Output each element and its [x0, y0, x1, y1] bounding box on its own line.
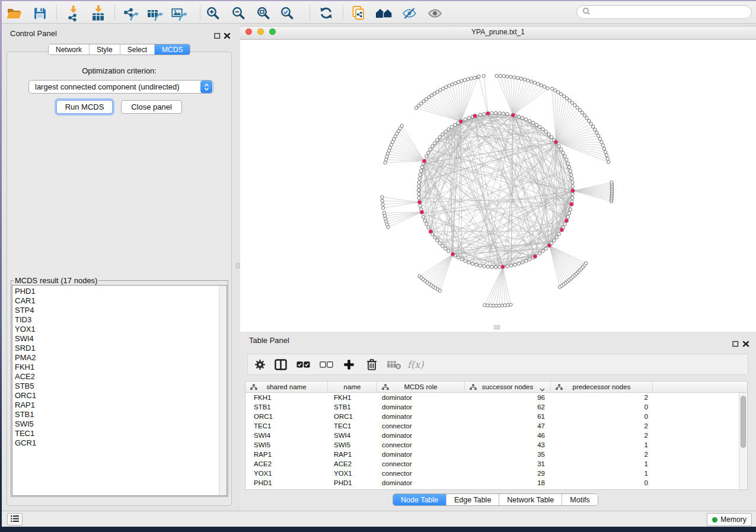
column-header-predecessor-nodes[interactable]: predecessor nodes [551, 382, 653, 392]
tab-node-table[interactable]: Node Table [393, 494, 446, 505]
cell: 96 [465, 394, 551, 401]
search-input[interactable] [576, 5, 752, 19]
result-item[interactable]: GCR1 [15, 438, 227, 448]
export-network-icon[interactable] [123, 5, 139, 21]
table-header[interactable]: shared namenameMCDS rolesuccessor nodesp… [245, 382, 747, 393]
cell: 0 [551, 479, 653, 486]
horizontal-splitter-handle[interactable] [494, 325, 500, 329]
tab-mcds[interactable]: MCDS [155, 44, 190, 55]
tab-select[interactable]: Select [120, 44, 155, 55]
tab-edge-table[interactable]: Edge Table [446, 494, 499, 505]
column-header-name[interactable]: name [328, 382, 377, 392]
memory-button[interactable]: Memory [707, 513, 752, 526]
close-panel-button[interactable]: Close panel [121, 100, 182, 114]
shared-column-icon [470, 384, 477, 392]
result-item[interactable]: ACE2 [15, 372, 227, 382]
table-row[interactable]: ACE2ACE2connector311 [245, 459, 747, 469]
duplicate-network-icon[interactable] [351, 5, 366, 21]
cell: RAP1 [245, 451, 328, 458]
import-table-icon[interactable] [90, 5, 106, 21]
open-folder-icon[interactable] [6, 5, 23, 21]
zoom-in-icon[interactable] [206, 5, 221, 21]
table-scrollbar[interactable] [739, 393, 747, 489]
close-panel-icon[interactable] [224, 31, 231, 41]
splitter-handle[interactable] [236, 263, 240, 268]
select-all-icon[interactable] [296, 358, 310, 371]
result-item[interactable]: TEC1 [15, 429, 227, 438]
cell: dominator [377, 479, 465, 486]
table-row[interactable]: STB1STB1dominator620 [245, 402, 747, 412]
task-history-button[interactable] [7, 513, 23, 525]
result-item[interactable]: PHD1 [15, 287, 227, 296]
table-row[interactable]: FKH1FKH1dominator962 [245, 393, 747, 402]
hide-selected-icon[interactable] [401, 5, 417, 21]
tab-motifs[interactable]: Motifs [562, 494, 597, 505]
cell: 2 [551, 432, 653, 439]
cell: dominator [377, 413, 465, 420]
result-item[interactable]: RAP1 [15, 400, 227, 410]
close-table-panel-icon[interactable] [742, 339, 749, 350]
network-canvas[interactable] [240, 40, 756, 332]
delete-icon[interactable] [366, 358, 378, 371]
result-item[interactable]: TID3 [15, 315, 227, 325]
cell: SWI5 [328, 441, 377, 448]
column-header-shared-name[interactable]: shared name [245, 382, 328, 392]
cell: 62 [465, 403, 551, 411]
result-item[interactable]: STB1 [15, 410, 227, 419]
result-item[interactable]: PMA2 [15, 353, 227, 363]
dropdown-stepper-icon [200, 81, 212, 93]
table-row[interactable]: SWI4SWI4dominator462 [245, 431, 747, 440]
import-network-icon[interactable] [65, 5, 81, 21]
cell: 1 [551, 470, 653, 477]
mcds-result-list[interactable]: PHD1CAR1STP4TID3YOX1SWI4SRD1PMA2FKH1ACE2… [12, 285, 227, 496]
gear-icon[interactable] [254, 358, 266, 371]
result-item[interactable]: ORC1 [15, 391, 227, 400]
result-item[interactable]: FKH1 [15, 363, 227, 372]
table-panel-title: Table Panel [249, 336, 289, 345]
table-row[interactable]: PHD1PHD1dominator180 [245, 478, 747, 488]
tab-network[interactable]: Network [49, 44, 90, 55]
cell: STB1 [328, 403, 377, 411]
control-panel-title: Control Panel [10, 29, 57, 38]
deselect-all-icon[interactable] [320, 358, 333, 371]
sort-chevron-icon [540, 386, 545, 392]
table-row[interactable]: YOX1YOX1connector291 [245, 469, 747, 478]
criterion-dropdown[interactable]: largest connected component (undirected) [28, 80, 213, 94]
table-row[interactable]: RAP1RAP1dominator352 [245, 450, 747, 459]
run-mcds-button[interactable]: Run MCDS [56, 100, 113, 114]
result-item[interactable]: SRD1 [15, 344, 227, 353]
result-item[interactable]: SWI4 [15, 334, 227, 344]
result-item[interactable]: STB5 [15, 382, 227, 391]
cell: TEC1 [328, 422, 377, 430]
table-scrollbar-thumb[interactable] [741, 396, 746, 448]
result-item[interactable]: CAR1 [15, 296, 227, 306]
table-row[interactable]: TEC1TEC1connector472 [245, 421, 747, 431]
column-header-MCDS-role[interactable]: MCDS role [377, 382, 465, 392]
cell: connector [377, 422, 465, 430]
cell: 0 [551, 403, 653, 411]
refresh-icon[interactable] [318, 5, 334, 21]
float-panel-icon[interactable] [214, 31, 221, 41]
add-icon[interactable] [343, 358, 355, 371]
zoom-fit-icon[interactable] [256, 5, 271, 21]
save-icon[interactable] [33, 5, 47, 21]
control-panel-tabs: NetworkStyleSelectMCDS [48, 44, 190, 55]
result-scrollbar[interactable] [219, 286, 227, 495]
result-item[interactable]: STP4 [15, 306, 227, 315]
table-row[interactable]: ORC1ORC1dominator610 [245, 412, 747, 421]
first-neighbors-icon[interactable] [375, 5, 393, 21]
columns-icon[interactable] [275, 358, 287, 371]
result-item[interactable]: YOX1 [15, 325, 227, 334]
zoom-out-icon[interactable] [231, 5, 246, 21]
tab-style[interactable]: Style [90, 44, 120, 55]
table-row[interactable]: SWI5SWI5connector431 [245, 440, 747, 450]
zoom-selected-icon[interactable] [280, 5, 295, 21]
export-table-icon[interactable] [146, 5, 164, 21]
result-item[interactable]: SWI5 [15, 419, 227, 429]
float-table-panel-icon[interactable] [732, 339, 739, 350]
column-header-successor-nodes[interactable]: successor nodes [465, 382, 551, 392]
toolbar-separator [343, 5, 343, 20]
export-image-icon[interactable] [171, 5, 188, 21]
tab-network-table[interactable]: Network Table [499, 494, 562, 505]
show-all-icon[interactable] [427, 5, 443, 21]
